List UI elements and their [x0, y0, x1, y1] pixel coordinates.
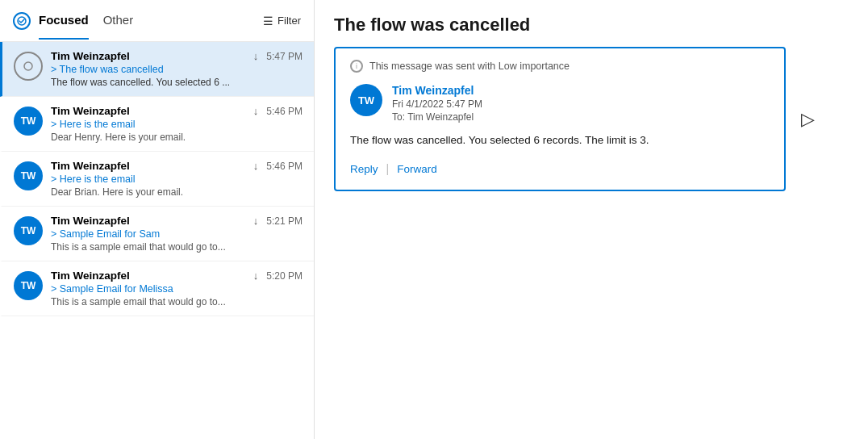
- down-arrow-icon: ↓: [253, 215, 259, 227]
- email-time: 5:47 PM: [266, 51, 303, 62]
- email-preview: Dear Henry. Here is your email.: [51, 132, 303, 143]
- to-recipient: Tim Weinzapfel: [407, 111, 474, 123]
- sender-name: Tim Weinzapfel: [51, 215, 130, 227]
- email-content: Tim Weinzapfel ↓ 5:46 PM > Here is the e…: [51, 105, 303, 143]
- email-preview: This is a sample email that would go to.…: [51, 296, 303, 307]
- email-subject: > Here is the email: [51, 174, 136, 185]
- list-item[interactable]: TW Tim Weinzapfel ↓ 5:46 PM > Here is th…: [0, 152, 314, 207]
- sender-name-detail: Tim Weinzapfel: [392, 84, 482, 97]
- tab-other[interactable]: Other: [103, 13, 134, 28]
- email-content: Tim Weinzapfel ↓ 5:20 PM > Sample Email …: [51, 270, 303, 307]
- avatar: TW: [14, 161, 43, 190]
- to-line: To: Tim Weinzapfel: [392, 111, 482, 123]
- filter-label: Filter: [278, 15, 301, 27]
- filter-button[interactable]: ☰ Filter: [263, 15, 301, 27]
- sender-block: TW Tim Weinzapfel Fri 4/1/2022 5:47 PM T…: [350, 84, 770, 123]
- svg-point-1: [24, 62, 32, 70]
- email-content: Tim Weinzapfel ↓ 5:46 PM > Here is the e…: [51, 160, 303, 198]
- email-time: 5:20 PM: [266, 270, 303, 282]
- sender-name: Tim Weinzapfel: [51, 105, 130, 117]
- email-card: i This message was sent with Low importa…: [334, 47, 786, 191]
- email-preview: Dear Brian. Here is your email.: [51, 186, 303, 198]
- email-subject: > Sample Email for Melissa: [51, 283, 173, 295]
- list-item[interactable]: TW Tim Weinzapfel ↓ 5:21 PM > Sample Ema…: [0, 207, 314, 261]
- email-time: 5:46 PM: [266, 161, 303, 172]
- email-preview: The flow was cancelled. You selected 6 .…: [51, 77, 303, 88]
- email-preview: This is a sample email that would go to.…: [51, 241, 303, 253]
- action-bar: Reply | Forward: [350, 162, 770, 175]
- email-content: Tim Weinzapfel ↓ 5:21 PM > Sample Email …: [51, 215, 303, 253]
- avatar: TW: [14, 216, 43, 245]
- focused-tab-check: [13, 12, 31, 30]
- down-arrow-icon: ↓: [253, 270, 259, 282]
- importance-text: This message was sent with Low importanc…: [369, 61, 570, 72]
- importance-bar: i This message was sent with Low importa…: [350, 60, 770, 73]
- importance-icon: i: [350, 60, 363, 73]
- sender-details: Tim Weinzapfel Fri 4/1/2022 5:47 PM To: …: [392, 84, 482, 123]
- avatar-unread: [14, 52, 43, 81]
- action-divider: |: [386, 162, 390, 175]
- sender-date: Fri 4/1/2022 5:47 PM: [392, 98, 482, 110]
- sender-avatar: TW: [350, 84, 382, 116]
- email-subject: > Here is the email: [51, 119, 136, 130]
- email-time: 5:46 PM: [266, 106, 303, 117]
- email-body-text: The flow was cancelled. You selected 6 r…: [350, 134, 770, 146]
- sender-name: Tim Weinzapfel: [51, 270, 130, 282]
- down-arrow-icon: ↓: [253, 105, 259, 117]
- down-arrow-icon: ↓: [253, 50, 259, 62]
- sender-name: Tim Weinzapfel: [51, 50, 130, 62]
- tabs-bar: Focused Other ☰ Filter: [0, 0, 314, 42]
- email-subject: > Sample Email for Sam: [51, 228, 160, 240]
- email-subject: > The flow was cancelled: [51, 64, 164, 75]
- tab-focused[interactable]: Focused: [39, 13, 89, 28]
- email-detail-panel: The flow was cancelled i This message wa…: [315, 0, 868, 439]
- reply-button[interactable]: Reply: [350, 163, 378, 175]
- list-item[interactable]: TW Tim Weinzapfel ↓ 5:20 PM > Sample Ema…: [0, 261, 314, 316]
- email-detail-title: The flow was cancelled: [334, 15, 849, 36]
- avatar: TW: [14, 107, 43, 136]
- email-time: 5:21 PM: [266, 215, 303, 227]
- email-content: Tim Weinzapfel ↓ 5:47 PM > The flow was …: [51, 50, 303, 88]
- filter-icon: ☰: [263, 15, 273, 27]
- sender-name: Tim Weinzapfel: [51, 160, 130, 172]
- email-list: Tim Weinzapfel ↓ 5:47 PM > The flow was …: [0, 42, 314, 439]
- cursor-pointer: ▷: [801, 109, 815, 130]
- avatar: TW: [14, 271, 43, 300]
- forward-button[interactable]: Forward: [397, 163, 437, 175]
- down-arrow-icon: ↓: [253, 160, 259, 172]
- email-list-panel: Focused Other ☰ Filter Tim Weinzapfel ↓ …: [0, 0, 315, 439]
- to-label: To:: [392, 111, 405, 123]
- list-item[interactable]: Tim Weinzapfel ↓ 5:47 PM > The flow was …: [0, 42, 314, 97]
- list-item[interactable]: TW Tim Weinzapfel ↓ 5:46 PM > Here is th…: [0, 97, 314, 152]
